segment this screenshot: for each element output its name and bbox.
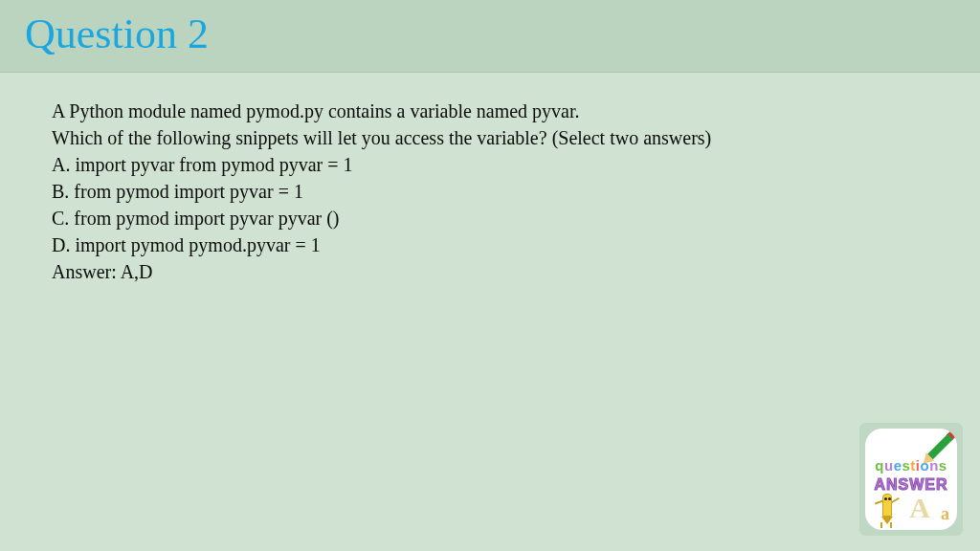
qa-badge: questions ANSWER A a (859, 423, 963, 536)
option-b: B. from pymod import pyvar = 1 (52, 178, 928, 205)
answer-line: Answer: A,D (52, 258, 928, 285)
title-bar: Question 2 (0, 0, 980, 73)
option-a: A. import pyvar from pymod pyvar = 1 (52, 151, 928, 178)
letter-a-small-icon: a (941, 504, 949, 524)
badge-questions-word: questions (865, 457, 957, 474)
question-prompt-line-2: Which of the following snippets will let… (52, 124, 928, 151)
option-c: C. from pymod import pyvar pyvar () (52, 205, 928, 231)
question-prompt-line-1: A Python module named pymod.py contains … (52, 98, 928, 124)
qa-badge-inner: questions ANSWER A a (865, 429, 957, 530)
pencil-mascot-icon (873, 488, 900, 526)
option-d: D. import pymod pymod.pyvar = 1 (52, 231, 928, 258)
letter-a-large-icon: A (909, 492, 930, 524)
slide-title: Question 2 (25, 10, 955, 58)
question-content: A Python module named pymod.py contains … (0, 73, 980, 310)
